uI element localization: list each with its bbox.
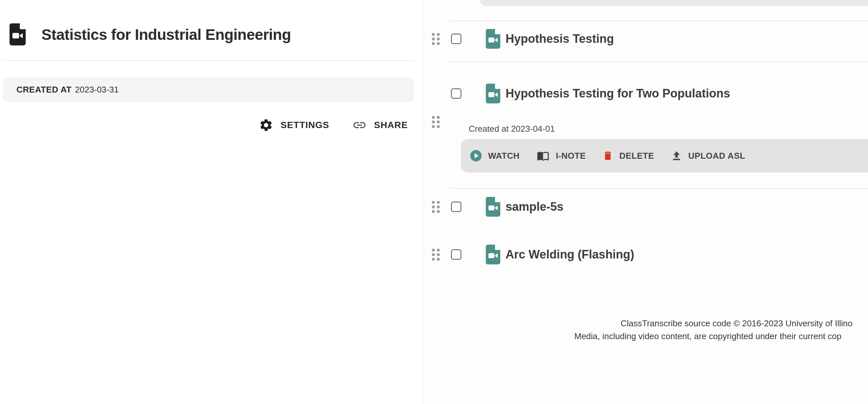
course-info-panel: Statistics for Industrial Engineering CR…: [0, 0, 415, 404]
video-checkbox[interactable]: [451, 88, 462, 99]
drag-handle-icon[interactable]: [432, 249, 440, 261]
created-at-box: CREATED AT 2023-03-31: [3, 77, 414, 102]
divider: [3, 60, 414, 61]
video-row: sample-5s: [423, 194, 868, 220]
drag-handle-icon[interactable]: [432, 116, 440, 128]
trash-icon: [602, 149, 613, 162]
video-title[interactable]: sample-5s: [505, 197, 563, 217]
video-title[interactable]: Hypothesis Testing: [505, 29, 614, 49]
video-checkbox[interactable]: [451, 202, 462, 212]
delete-button[interactable]: DELETE: [602, 149, 654, 162]
play-circle-icon: [470, 149, 482, 162]
watch-button[interactable]: WATCH: [470, 149, 520, 162]
share-button[interactable]: SHARE: [352, 118, 408, 132]
video-list-panel: Hypothesis Testing Hypothesis Testing fo…: [423, 0, 868, 404]
video-file-icon: [486, 83, 500, 104]
video-checkbox[interactable]: [451, 249, 462, 260]
clipped-action-bar: [480, 0, 868, 6]
drag-handle-icon[interactable]: [432, 33, 440, 45]
book-icon: [536, 149, 550, 162]
delete-button-label: DELETE: [619, 151, 654, 161]
classtranscribe-page: Statistics for Industrial Engineering CR…: [0, 0, 868, 404]
video-file-icon: [486, 197, 500, 217]
video-created-at: Created at 2023-04-01: [469, 123, 555, 134]
watch-button-label: WATCH: [488, 151, 520, 161]
drag-handle-icon[interactable]: [432, 201, 440, 213]
settings-button[interactable]: SETTINGS: [259, 118, 329, 132]
divider: [450, 62, 868, 62]
video-action-bar: WATCH I-NOTE DELETE: [461, 139, 868, 173]
footer-copyright-line1: ClassTranscribe source code © 2016-2023 …: [621, 318, 852, 329]
video-row: Arc Welding (Flashing): [423, 241, 868, 268]
page-title: Statistics for Industrial Engineering: [41, 24, 403, 46]
footer-copyright-line2: Media, including video content, are copy…: [574, 330, 841, 342]
video-title[interactable]: Arc Welding (Flashing): [505, 244, 634, 265]
created-at-value: 2023-03-31: [75, 84, 119, 95]
inote-button[interactable]: I-NOTE: [536, 149, 586, 162]
created-at-label: CREATED AT: [17, 84, 72, 95]
video-row: Hypothesis Testing: [423, 26, 868, 52]
upload-icon: [671, 149, 682, 162]
course-actions: SETTINGS SHARE: [259, 116, 408, 134]
video-checkbox[interactable]: [451, 34, 462, 44]
video-file-icon: [486, 244, 500, 265]
gear-icon: [259, 118, 273, 132]
upload-asl-button[interactable]: UPLOAD ASL: [671, 149, 745, 162]
video-title[interactable]: Hypothesis Testing for Two Populations: [505, 83, 730, 104]
link-icon: [352, 118, 367, 132]
upload-asl-button-label: UPLOAD ASL: [688, 151, 745, 161]
video-file-icon: [8, 23, 27, 46]
settings-button-label: SETTINGS: [281, 120, 329, 131]
video-file-icon: [486, 29, 500, 49]
inote-button-label: I-NOTE: [556, 151, 586, 161]
share-button-label: SHARE: [374, 120, 408, 131]
divider: [450, 21, 868, 21]
divider: [450, 188, 868, 189]
